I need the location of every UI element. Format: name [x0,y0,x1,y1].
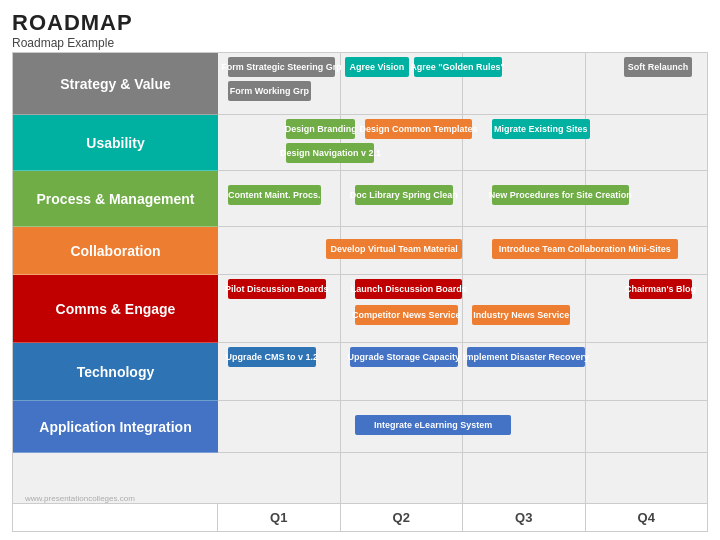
main-title: ROADMAP [12,10,708,36]
row-content-1: Design BrandingDesign Common TemplatesMi… [218,115,707,171]
quarter-label-q1: Q1 [218,504,341,531]
row-label-6: Application Integration [13,401,218,453]
task-bar-1-2: Migrate Existing Sites [492,119,590,139]
row-4: Comms & EngagePilot Discussion BoardsLau… [13,275,707,343]
quarter-label-q2: Q2 [341,504,464,531]
task-bar-5-0: Upgrade CMS to v 1.2 [228,347,316,367]
task-bar-5-1: Upgrade Storage Capacity [350,347,458,367]
task-bar-2-2: New Procedures for Site Creation [492,185,629,205]
quarter-label-q4: Q4 [586,504,708,531]
row-5: TechnologyUpgrade CMS to v 1.2Upgrade St… [13,343,707,401]
task-bar-4-2: Chairman's Blog [629,279,693,299]
row-content-5: Upgrade CMS to v 1.2Upgrade Storage Capa… [218,343,707,401]
task-bar-1-1: Design Common Templates [365,119,473,139]
task-bar-6-0: Integrate eLearning System [355,415,511,435]
row-label-4: Comms & Engage [13,275,218,343]
task-bar-0-3: Agree "Golden Rules" [414,57,502,77]
task-bar-1-3: Design Navigation v 2.1 [286,143,374,163]
row-6: Application IntegrationIntegrate eLearni… [13,401,707,453]
task-bar-4-1: Launch Discussion Boards [355,279,463,299]
row-2: Process & ManagementContent Maint. Procs… [13,171,707,227]
task-bar-0-1: Form Working Grp [228,81,311,101]
row-1: UsabilityDesign BrandingDesign Common Te… [13,115,707,171]
task-bar-2-0: Content Maint. Procs. [228,185,321,205]
row-label-2: Process & Management [13,171,218,227]
quarter-label-q3: Q3 [463,504,586,531]
row-label-5: Technology [13,343,218,401]
task-bar-4-0: Pilot Discussion Boards [228,279,326,299]
row-content-3: Develop Virtual Team MaterialIntroduce T… [218,227,707,275]
title-block: ROADMAP Roadmap Example [12,10,708,50]
quarter-row: Q1Q2Q3Q4 [13,503,707,531]
task-bar-3-1: Introduce Team Collaboration Mini-Sites [492,239,678,259]
row-content-0: Form Strategic Steering GrpForm Working … [218,53,707,115]
task-bar-1-0: Design Branding [286,119,354,139]
row-content-6: Integrate eLearning System [218,401,707,453]
task-bar-2-1: Doc Library Spring Clean [355,185,453,205]
row-label-0: Strategy & Value [13,53,218,115]
row-content-4: Pilot Discussion BoardsLaunch Discussion… [218,275,707,343]
row-3: CollaborationDevelop Virtual Team Materi… [13,227,707,275]
roadmap-container: Strategy & ValueForm Strategic Steering … [12,52,708,532]
page: ROADMAP Roadmap Example Strategy & Value… [0,0,720,540]
row-0: Strategy & ValueForm Strategic Steering … [13,53,707,115]
task-bar-0-2: Agree Vision [345,57,409,77]
row-content-2: Content Maint. Procs.Doc Library Spring … [218,171,707,227]
row-label-1: Usability [13,115,218,171]
watermark: www.presentationcolleges.com [25,494,135,503]
task-bar-0-0: Form Strategic Steering Grp [228,57,336,77]
subtitle: Roadmap Example [12,36,708,50]
grid-area: Strategy & ValueForm Strategic Steering … [13,53,707,503]
row-label-3: Collaboration [13,227,218,275]
task-bar-4-4: Industry News Service [472,305,570,325]
task-bar-5-2: Implement Disaster Recovery [467,347,584,367]
task-bar-3-0: Develop Virtual Team Material [326,239,463,259]
task-bar-4-3: Competitor News Service [355,305,458,325]
task-bar-0-4: Soft Relaunch [624,57,692,77]
